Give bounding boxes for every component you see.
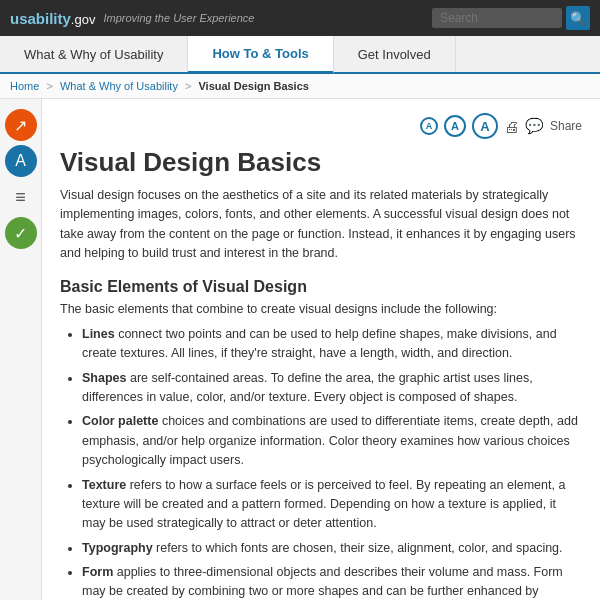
logo-area: usability.gov Improving the User Experie… <box>10 10 254 27</box>
section1-heading: Basic Elements of Visual Design <box>60 278 582 296</box>
nav-bar: What & Why of Usability How To & Tools G… <box>0 36 600 74</box>
bullet-term: Texture <box>82 478 126 492</box>
nav-label: What & Why of Usability <box>24 47 163 62</box>
font-small-button[interactable]: A <box>420 117 438 135</box>
share-sidebar-button[interactable]: ↗ <box>5 109 37 141</box>
list-item: Color palette choices and combinations a… <box>82 412 582 470</box>
breadcrumb-home[interactable]: Home <box>10 80 39 92</box>
bullet-term: Lines <box>82 327 115 341</box>
main-layout: ↗ A ≡ ✓ A A A 🖨 💬 Share Visual Design Ba… <box>0 99 600 600</box>
top-bar: usability.gov Improving the User Experie… <box>0 0 600 36</box>
tagline: Improving the User Experience <box>103 12 254 24</box>
sidebar-icons: ↗ A ≡ ✓ <box>0 99 42 600</box>
breadcrumb: Home > What & Why of Usability > Visual … <box>0 74 600 99</box>
logo-domain: .gov <box>71 12 96 27</box>
print-button[interactable]: 🖨 <box>504 118 519 135</box>
share-bar: A A A 🖨 💬 Share <box>60 113 582 139</box>
nav-label: How To & Tools <box>212 46 308 61</box>
nav-item-get-involved[interactable]: Get Involved <box>334 36 456 72</box>
search-area: 🔍 <box>432 6 590 30</box>
search-input[interactable] <box>432 8 562 28</box>
font-medium-button[interactable]: A <box>444 115 466 137</box>
list-sidebar-button[interactable]: ≡ <box>5 181 37 213</box>
share-chat-button[interactable]: 💬 <box>525 117 544 135</box>
breadcrumb-current: Visual Design Basics <box>198 80 308 92</box>
breadcrumb-sep2: > <box>185 80 191 92</box>
logo[interactable]: usability.gov <box>10 10 95 27</box>
check-sidebar-button[interactable]: ✓ <box>5 217 37 249</box>
bullet-text: refers to how a surface feels or is perc… <box>82 478 565 531</box>
nav-item-how-to[interactable]: How To & Tools <box>188 36 333 74</box>
font-large-button[interactable]: A <box>472 113 498 139</box>
section1-bullets: Lines connect two points and can be used… <box>82 325 582 600</box>
breadcrumb-sep1: > <box>46 80 52 92</box>
text-resize-sidebar-button[interactable]: A <box>5 145 37 177</box>
bullet-text: are self-contained areas. To define the … <box>82 371 533 404</box>
content-area: A A A 🖨 💬 Share Visual Design Basics Vis… <box>42 99 600 600</box>
bullet-term: Color palette <box>82 414 158 428</box>
share-label[interactable]: Share <box>550 119 582 133</box>
search-button[interactable]: 🔍 <box>566 6 590 30</box>
page-title: Visual Design Basics <box>60 147 582 178</box>
list-item: Form applies to three-dimensional object… <box>82 563 582 600</box>
bullet-text: connect two points and can be used to he… <box>82 327 557 360</box>
breadcrumb-what-why[interactable]: What & Why of Usability <box>60 80 178 92</box>
bullet-text: refers to which fonts are chosen, their … <box>153 541 563 555</box>
list-item: Typography refers to which fonts are cho… <box>82 539 582 558</box>
intro-text: Visual design focuses on the aesthetics … <box>60 186 582 264</box>
bullet-term: Form <box>82 565 113 579</box>
nav-item-what-why[interactable]: What & Why of Usability <box>0 36 188 72</box>
bullet-text: applies to three-dimensional objects and… <box>82 565 563 600</box>
list-item: Shapes are self-contained areas. To defi… <box>82 369 582 408</box>
logo-site: usability <box>10 10 71 27</box>
nav-label: Get Involved <box>358 47 431 62</box>
list-item: Lines connect two points and can be used… <box>82 325 582 364</box>
bullet-term: Shapes <box>82 371 126 385</box>
list-item: Texture refers to how a surface feels or… <box>82 476 582 534</box>
section1-intro: The basic elements that combine to creat… <box>60 300 582 319</box>
bullet-term: Typography <box>82 541 153 555</box>
